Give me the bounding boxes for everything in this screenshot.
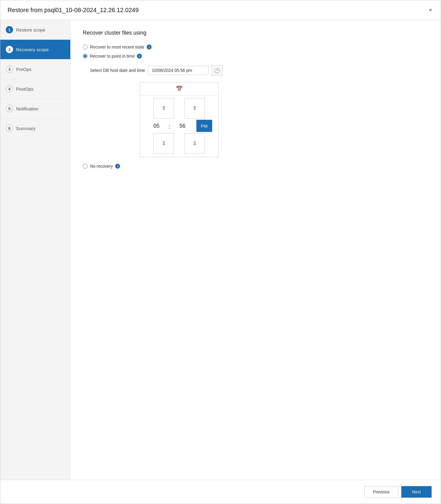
previous-button[interactable]: Previous [364,486,398,498]
step-1-number: 1 [6,26,13,33]
option-no-recovery-label: No recovery [90,164,113,169]
option-most-recent[interactable]: Recover to most recent state i [83,45,429,49]
sidebar-item-recovery-scope[interactable]: 2 Recovery scope [0,40,70,59]
dialog-header: Restore from psql01_10-08-2024_12.26.12.… [0,0,441,20]
clock-button[interactable]: 🕐 [212,65,222,76]
hour-down-button[interactable]: ⇩ [153,133,174,154]
minute-up-button[interactable]: ⇧ [184,98,205,119]
main-content: Recover cluster files using Recover to m… [71,20,441,480]
sidebar-label-summary: Summary [16,126,35,131]
clock-icon: 🕐 [214,68,220,73]
calendar-icon: 📅 [176,86,182,92]
step-4-number: 4 [6,85,13,92]
sidebar-label-recovery-scope: Recovery scope [16,47,49,52]
option-most-recent-label: Recover to most recent state [90,45,144,49]
down-arrows-row: ⇩ ⇩ [140,133,218,157]
ampm-button[interactable]: PM [196,120,212,132]
sidebar-item-notification[interactable]: 5 Notification [0,99,70,119]
info-icon-most-recent[interactable]: i [147,45,152,49]
option-no-recovery[interactable]: No recovery i [83,164,429,169]
date-time-row: Select DB host date and time 🕐 [90,65,429,76]
time-picker-calendar-row: 📅 [140,82,218,96]
option-point-in-time[interactable]: Recover to point in time i [83,54,429,59]
time-values-row: 05 : 56 PM [140,119,218,133]
sidebar-label-restore-scope: Restore scope [16,27,45,32]
time-picker: 📅 ⇧ ⇧ 05 : 56 PM [140,82,219,157]
sidebar-item-preops[interactable]: 3 PreOps [0,59,70,79]
step-5-number: 5 [6,105,13,112]
sidebar-label-postops: PostOps [16,86,34,92]
info-icon-point-in-time[interactable]: i [137,54,142,59]
sidebar-label-notification: Notification [16,106,38,111]
sidebar-item-summary[interactable]: 6 Summary [0,119,70,138]
step-6-number: 6 [6,125,13,132]
time-separator: : [167,122,172,130]
step-3-number: 3 [6,66,13,73]
section-title: Recover cluster files using [83,30,429,36]
recovery-options: Recover to most recent state i Recover t… [83,45,429,169]
option-point-in-time-label: Recover to point in time [90,54,135,59]
info-icon-no-recovery[interactable]: i [115,164,120,169]
radio-point-in-time[interactable] [83,54,88,59]
sidebar-label-preops: PreOps [16,67,32,72]
dialog-body: 1 Restore scope 2 Recovery scope 3 PreOp… [0,20,441,480]
up-arrows-row: ⇧ ⇧ [140,96,218,119]
radio-most-recent[interactable] [83,45,88,49]
minute-down-button[interactable]: ⇩ [184,133,205,154]
sidebar-item-restore-scope[interactable]: 1 Restore scope [0,20,70,40]
next-button[interactable]: Next [401,486,432,498]
step-2-number: 2 [6,46,13,53]
hour-up-button[interactable]: ⇧ [153,98,174,119]
hour-value: 05 [146,121,167,131]
date-time-input[interactable] [148,66,209,75]
radio-no-recovery[interactable] [83,164,88,169]
close-button[interactable]: × [427,6,433,14]
sidebar-item-postops[interactable]: 4 PostOps [0,79,70,99]
sidebar: 1 Restore scope 2 Recovery scope 3 PreOp… [0,20,71,480]
date-time-label: Select DB host date and time [90,68,145,73]
restore-dialog: Restore from psql01_10-08-2024_12.26.12.… [0,0,441,504]
dialog-footer: Previous Next [0,480,441,504]
time-picker-container: 📅 ⇧ ⇧ 05 : 56 PM [132,81,429,157]
dialog-title: Restore from psql01_10-08-2024_12.26.12.… [8,7,139,14]
minute-value: 56 [172,121,193,131]
